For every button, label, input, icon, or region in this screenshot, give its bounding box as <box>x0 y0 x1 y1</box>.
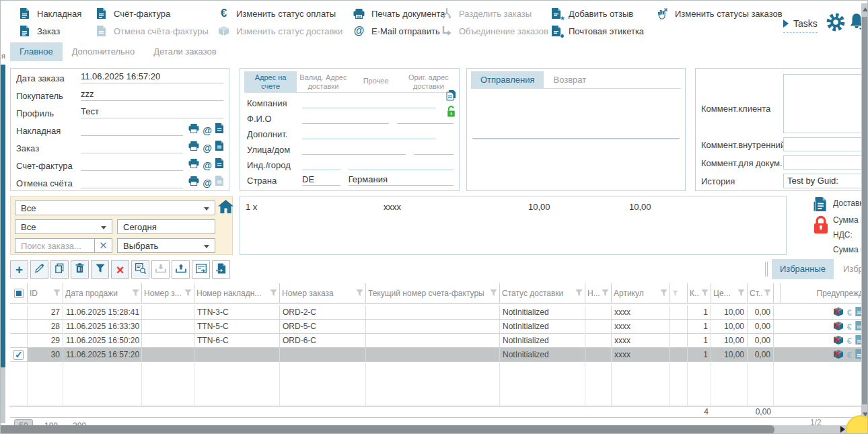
row-checkbox-cell[interactable] <box>10 348 28 362</box>
cancel-invoice-input[interactable] <box>81 176 183 188</box>
house-input[interactable] <box>414 143 454 155</box>
column-header-warnings[interactable]: Предупрежд <box>781 283 862 303</box>
tab-order-details[interactable]: Детали заказов <box>144 42 225 61</box>
toolbar-button-split-orders[interactable]: Разделить заказы <box>440 7 532 20</box>
column-header-number-z[interactable]: Номер з... <box>142 283 194 303</box>
settings-button[interactable] <box>826 12 846 35</box>
vertical-scrollbar[interactable] <box>861 3 868 426</box>
city-input[interactable] <box>349 159 454 170</box>
toolbar-button-print-document[interactable]: Печать документа <box>353 7 445 20</box>
tab-returns[interactable]: Возврат <box>544 71 595 88</box>
tab-shipments[interactable]: Отправления <box>471 71 544 88</box>
column-header-article[interactable]: Артикул <box>612 283 670 303</box>
country-code-input[interactable]: DE <box>302 174 340 186</box>
row-checkbox-cell[interactable] <box>10 334 28 348</box>
document-comment-input[interactable] <box>783 155 868 170</box>
email-icon[interactable]: @ <box>203 178 212 188</box>
add-row-button[interactable]: + <box>10 260 28 279</box>
clear-search-icon[interactable]: ✕ <box>94 239 112 252</box>
scroll-right-arrow-icon[interactable] <box>840 426 845 433</box>
table-row[interactable]: 27 11.06.2025 15:28:41 TTN-3-C ORD-2-C N… <box>10 305 862 320</box>
locked-icon[interactable] <box>812 215 830 238</box>
toolbar-button-cancel-invoice[interactable]: Отмена счёта-фактуры <box>95 24 209 38</box>
order-search-input[interactable]: Поиск заказа...✕ <box>15 238 112 253</box>
toolbar-button-mail-label[interactable]: Почтовая этикетка <box>550 24 644 38</box>
print-icon[interactable] <box>188 124 199 136</box>
column-header-qty[interactable]: К... <box>688 283 711 303</box>
column-header-sale-date[interactable]: Дата продажи <box>63 283 142 303</box>
tab-original-shipping-address[interactable]: Ориг. адрес доставки <box>402 71 455 92</box>
row-checkbox-cell[interactable] <box>10 305 28 320</box>
toolbar-button-add-review[interactable]: ★ Добавить отзыв <box>550 7 633 20</box>
street-input[interactable] <box>302 143 406 155</box>
toolbar-button-waybill[interactable]: Накладная <box>18 7 81 20</box>
home-icon[interactable] <box>218 200 233 217</box>
export-button[interactable] <box>172 260 190 279</box>
copy-row-button[interactable] <box>50 260 69 279</box>
internal-comment-input[interactable] <box>783 137 868 151</box>
waybill-input[interactable] <box>81 124 183 136</box>
columns-button[interactable] <box>192 260 210 279</box>
column-header-st[interactable]: Ст... <box>748 283 774 303</box>
report-button[interactable] <box>212 260 230 279</box>
filter-dropdown-1[interactable]: Все <box>15 201 215 215</box>
delete-row-button[interactable] <box>71 260 89 279</box>
tab-valid-shipping-address[interactable]: Валид. Адрес доставки <box>297 71 349 92</box>
search-grid-button[interactable] <box>131 260 149 279</box>
order-input[interactable] <box>81 141 183 153</box>
toolbar-button-order[interactable]: Заказ <box>18 24 60 38</box>
edit-row-button[interactable] <box>30 260 48 279</box>
column-header-narrow[interactable] <box>670 283 688 303</box>
document-number-icon[interactable] <box>215 141 223 153</box>
tab-billing-address[interactable]: Адрес на счете <box>244 71 297 92</box>
column-header-price[interactable]: Це... <box>711 283 748 303</box>
column-header-id[interactable]: ID <box>28 283 63 303</box>
column-header-order-number[interactable]: Номер заказа <box>280 283 366 303</box>
tasks-link[interactable]: Tasks <box>783 18 818 33</box>
client-comment-textarea[interactable] <box>783 74 868 133</box>
collapsed-splitter[interactable] <box>1 65 5 367</box>
tab-additional[interactable]: Дополнительно <box>63 42 145 61</box>
scroll-up-arrow-ic on[interactable] <box>863 7 868 11</box>
column-header-delivery-status[interactable]: Статус доставки <box>500 283 585 303</box>
print-icon[interactable] <box>188 176 199 188</box>
tab-other[interactable]: Прочее <box>350 71 402 92</box>
horizontal-scrollbar-thumb[interactable] <box>1 425 774 434</box>
toolbar-button-change-delivery-status[interactable]: Изменить статус доставки <box>217 24 342 38</box>
filter-dropdown-2[interactable]: Все <box>15 219 112 234</box>
delivery-note-icon[interactable] <box>813 197 827 214</box>
horizontal-scrollbar[interactable] <box>1 425 868 434</box>
toolbar-button-change-payment-status[interactable]: € Изменить статус оплаты <box>217 7 336 20</box>
column-header-invoice-number[interactable]: Текущий номер счета-фактуры <box>366 283 500 303</box>
select-all-checkbox[interactable] <box>10 283 28 303</box>
select-dropdown[interactable]: Выбрать <box>117 238 215 253</box>
print-icon[interactable] <box>188 159 199 171</box>
last-name-input[interactable] <box>397 112 454 124</box>
buyer-value[interactable]: zzz <box>81 89 223 101</box>
tab-favorites[interactable]: Избранные <box>772 259 834 279</box>
toolbar-button-send-email[interactable]: @ E-Mail отправить <box>353 24 440 38</box>
filter-button[interactable] <box>91 260 109 279</box>
document-number-icon[interactable] <box>215 123 223 136</box>
toolbar-button-invoice[interactable]: Счёт-фактура <box>95 7 170 20</box>
corner-notification-badge[interactable] <box>846 415 868 434</box>
order-date-value[interactable]: 11.06.2025 16:57:20 <box>81 71 223 83</box>
date-filter-input[interactable]: Сегодня <box>117 219 215 234</box>
zip-input[interactable] <box>302 159 340 170</box>
invoice-input[interactable] <box>81 159 183 171</box>
unlock-icon[interactable] <box>446 106 456 120</box>
profile-value[interactable]: Тест <box>81 106 223 118</box>
clear-filter-button[interactable]: × <box>111 260 129 279</box>
row-checkbox[interactable] <box>13 350 24 360</box>
first-name-input[interactable] <box>302 112 389 124</box>
toolbar-button-change-order-statuses[interactable]: Изменить статусы заказов <box>656 7 783 20</box>
collapsed-splitter-lower[interactable] <box>1 367 5 423</box>
column-header-waybill-number[interactable]: Номер накладн... <box>194 283 280 303</box>
email-icon[interactable]: @ <box>203 160 212 171</box>
vertical-scrollbar-thumb[interactable] <box>862 17 868 404</box>
email-icon[interactable]: @ <box>203 143 212 153</box>
tab-main[interactable]: Главное <box>10 42 63 61</box>
row-checkbox-cell[interactable] <box>10 320 28 334</box>
column-header-n[interactable]: Н... <box>585 283 612 303</box>
additional-input[interactable] <box>302 128 436 139</box>
